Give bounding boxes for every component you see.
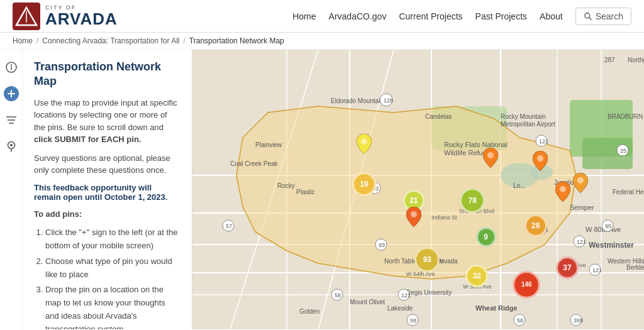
location-icon-button[interactable] [4, 139, 19, 154]
map-cluster-c4[interactable]: 9 [476, 227, 496, 247]
step-3: Drop the pin on a location on the map to… [45, 283, 180, 329]
nav-past-projects[interactable]: Past Projects [475, 11, 527, 21]
step-2: Choose what type of pin you would like t… [45, 255, 180, 282]
step-1: Click the "+" sign to the left (or at th… [45, 226, 180, 253]
svg-text:121: 121 [592, 267, 602, 273]
svg-text:58: 58 [335, 292, 341, 299]
map-pin-p5[interactable] [573, 173, 588, 195]
nav-about[interactable]: About [540, 11, 563, 21]
map-pin-p3[interactable] [533, 151, 548, 173]
svg-text:58: 58 [517, 317, 523, 324]
survey-note: Survey questions are optional, please on… [34, 152, 180, 177]
svg-text:Eldorado Mountain: Eldorado Mountain [331, 97, 384, 104]
svg-text:BRADBURN: BRADBURN [608, 113, 643, 120]
map-pin-p2[interactable] [483, 148, 498, 170]
svg-text:Wheat Ridge: Wheat Ridge [475, 304, 518, 312]
svg-text:Coal Creek Peak: Coal Creek Peak [230, 160, 279, 167]
svg-text:Semper: Semper [570, 204, 594, 211]
breadcrumb-home[interactable]: Home [13, 36, 33, 45]
intro-text: Use the map to provide input at specific… [34, 97, 180, 146]
svg-text:287: 287 [604, 57, 615, 63]
svg-point-15 [10, 144, 13, 146]
svg-text:121: 121 [401, 292, 411, 299]
plus-icon [6, 89, 16, 99]
svg-text:Plastic: Plastic [296, 189, 314, 195]
svg-text:W 64th Ave: W 64th Ave [406, 271, 435, 277]
info-icon-button[interactable] [4, 60, 19, 75]
svg-text:121: 121 [577, 239, 586, 245]
svg-point-101 [537, 155, 543, 162]
deadline-text: This feedback opportunity will remain op… [34, 183, 180, 202]
svg-text:128: 128 [384, 97, 393, 104]
svg-text:Westminster: Westminster [589, 241, 634, 250]
svg-text:Rocky Flats National: Rocky Flats National [444, 141, 508, 148]
svg-text:Lakeside: Lakeside [387, 305, 413, 312]
map-cluster-c6[interactable]: 93 [414, 247, 440, 272]
map-pin-p4[interactable] [555, 182, 570, 204]
svg-text:Plainview: Plainview [255, 141, 282, 148]
map-cluster-c9[interactable]: 37 [556, 256, 579, 279]
svg-point-100 [487, 152, 494, 158]
map-cluster-c1[interactable]: 19 [352, 172, 376, 196]
map-cluster-c5[interactable]: 28 [525, 214, 547, 237]
svg-text:Metropolitan Airport: Metropolitan Airport [501, 121, 555, 128]
city-name: ARVADA [45, 11, 118, 27]
logo-area: CITY OF ARVADA [13, 3, 118, 30]
svg-point-99 [361, 138, 367, 145]
nav-home[interactable]: Home [292, 11, 316, 21]
svg-point-102 [560, 186, 566, 192]
svg-text:Lo...: Lo... [513, 182, 525, 189]
search-icon [584, 12, 592, 21]
breadcrumb-sep-2: / [184, 36, 186, 45]
svg-text:Rocky Mountain: Rocky Mountain [501, 113, 546, 120]
breadcrumb-connecting[interactable]: Connecting Arvada: Transportation for Al… [42, 36, 179, 45]
svg-text:58: 58 [410, 317, 416, 324]
nav-arvadacogov[interactable]: ArvadaCO.gov [329, 11, 387, 21]
map-area[interactable]: Eldorado Mountain Plainview Coal Creek P… [192, 50, 644, 329]
breadcrumb: Home / Connecting Arvada: Transportation… [0, 33, 644, 50]
svg-text:Northgle...: Northgle... [628, 57, 644, 63]
svg-line-5 [589, 17, 591, 19]
arvada-logo-icon [13, 3, 40, 30]
info-icon [6, 62, 17, 73]
svg-text:57: 57 [226, 223, 232, 229]
svg-text:Berkley: Berkley [626, 264, 644, 271]
map-cluster-c3[interactable]: 78 [460, 188, 485, 213]
content-panel: Transportation Network Map Use the map t… [23, 50, 192, 329]
logo-text: CITY OF ARVADA [45, 5, 118, 27]
breadcrumb-current: Transportation Network Map [189, 36, 284, 45]
side-icons-panel [0, 50, 23, 329]
svg-text:Rocky: Rocky [277, 182, 295, 189]
location-icon [6, 141, 16, 152]
svg-text:Mount Olivet: Mount Olivet [350, 299, 385, 305]
breadcrumb-sep-1: / [36, 36, 38, 45]
svg-text:399: 399 [574, 317, 583, 324]
main-nav: Home ArvadaCO.gov Current Projects Past … [292, 8, 631, 25]
page-title: Transportation Network Map [34, 60, 180, 89]
svg-point-103 [577, 177, 584, 184]
svg-text:Regis University: Regis University [406, 289, 452, 296]
svg-text:Candelas: Candelas [425, 113, 452, 120]
svg-text:Federal Heights: Federal Heights [613, 189, 644, 195]
add-pin-button[interactable] [4, 86, 19, 101]
svg-text:95: 95 [605, 223, 611, 229]
header: CITY OF ARVADA Home ArvadaCO.gov Current… [0, 0, 644, 33]
svg-text:25: 25 [620, 148, 626, 154]
map-pin-p1[interactable] [357, 134, 372, 156]
svg-point-104 [411, 211, 417, 217]
filter-icon-button[interactable] [4, 113, 19, 128]
map-pin-p6[interactable] [406, 207, 421, 229]
steps-list: Click the "+" sign to the left (or at th… [34, 226, 180, 329]
main-layout: Transportation Network Map Use the map t… [0, 50, 644, 329]
search-label: Search [596, 11, 623, 21]
nav-current-projects[interactable]: Current Projects [399, 11, 462, 21]
svg-text:121: 121 [539, 138, 548, 145]
filter-icon [6, 116, 17, 124]
svg-text:Golden: Golden [299, 308, 319, 315]
map-cluster-c7[interactable]: 32 [465, 265, 488, 287]
svg-text:93: 93 [379, 242, 385, 248]
search-button[interactable]: Search [575, 8, 631, 25]
map-cluster-c8[interactable]: 146 [513, 271, 540, 299]
svg-text:Indiana St: Indiana St [431, 214, 457, 221]
svg-point-8 [11, 64, 12, 65]
